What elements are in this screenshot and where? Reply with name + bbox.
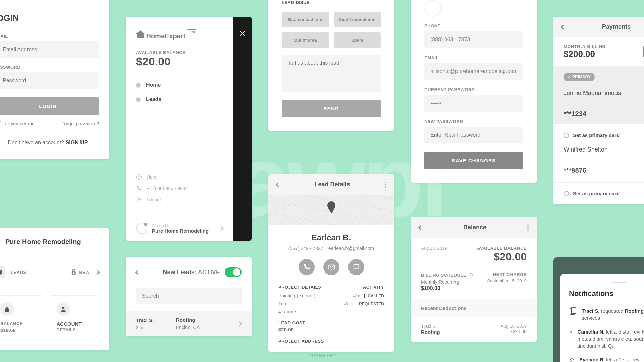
notification-item[interactable]: Evelyne R. left a 1 star revie Fusce feu… (569, 353, 644, 362)
set-primary-radio[interactable]: Set as primary card (564, 132, 644, 138)
email-icon (328, 263, 335, 271)
lead-issue-title: LEAD ISSUE (282, 0, 381, 5)
balance-label: AVAILABLE BALANCE (136, 50, 223, 55)
password-field[interactable] (0, 72, 99, 89)
balance-value: $20.00 (136, 55, 223, 68)
forgot-password-link[interactable]: Forgot password? (61, 121, 99, 126)
chevron-right-icon (237, 321, 242, 326)
save-changes-button[interactable]: SAVE CHANGES (424, 152, 523, 169)
send-button[interactable]: SEND (282, 100, 381, 117)
star-icon (569, 328, 573, 336)
map-preview (268, 195, 394, 225)
more-icon[interactable] (385, 182, 386, 188)
issue-out-of-area[interactable]: Out of area (282, 32, 329, 48)
svg-point-0 (62, 307, 64, 309)
map-pin-icon (327, 201, 335, 213)
balance-title: Balance (422, 224, 527, 231)
call-button[interactable] (299, 259, 315, 275)
leads-row[interactable]: LEADS 6 NEW (0, 259, 99, 285)
close-icon[interactable] (239, 30, 246, 36)
search-input[interactable] (136, 288, 241, 304)
view-schedule-button[interactable]: VIEW SC (643, 46, 644, 57)
phone-link[interactable]: +1 (888) 966 - 9284 (136, 183, 223, 194)
company-name: Pure Home Remodeling (5, 238, 81, 246)
phone-icon (303, 263, 310, 271)
svg-text:i: i (470, 274, 471, 277)
primary-badge: ✓ PRIMARY (564, 73, 595, 81)
help-icon: ? (136, 174, 142, 180)
card-number: ***9876 (564, 167, 644, 174)
phone-field[interactable] (424, 31, 523, 48)
svg-text:?: ? (138, 175, 140, 179)
phone-icon (136, 185, 142, 191)
lead-list-item[interactable]: Traci S. 3 m Roofing Encino, CA (126, 311, 252, 336)
lead-email[interactable]: earlean.b@gmail.com (328, 246, 374, 251)
set-primary-radio[interactable]: Set as primary card (564, 191, 644, 196)
card-number: ***1234 (564, 110, 644, 118)
login-title: OGIN (0, 13, 99, 23)
email-field[interactable] (424, 63, 523, 80)
profile-row[interactable]: Allison C. Pure Home Remodeling (136, 216, 223, 234)
nav-leads[interactable]: Leads (136, 92, 223, 106)
active-toggle[interactable] (225, 267, 241, 277)
notifications-title: Notifications (569, 289, 644, 298)
lead-name: Earlean B. (278, 233, 384, 242)
current-password-field[interactable] (424, 95, 523, 112)
nav-home[interactable]: Home (136, 78, 223, 92)
issue-spam[interactable]: Spam (334, 32, 381, 48)
balance-tile[interactable]: BALANCE $19.69 (0, 295, 43, 340)
account-tile[interactable]: ACCOUNT DETAILS (50, 295, 99, 340)
chat-button[interactable] (348, 259, 364, 275)
star-icon (569, 356, 575, 362)
payments-title: Payments (565, 23, 644, 31)
email-field[interactable] (0, 41, 99, 58)
email-label: MAIL (0, 34, 99, 39)
password-label: ASSWORD (0, 65, 99, 70)
lead-details-title: Lead Details (280, 181, 385, 188)
login-button[interactable]: LOGIN (0, 97, 99, 115)
chevron-right-icon (219, 226, 224, 231)
card-name: Winifred Shelton (564, 146, 644, 153)
chevron-right-icon (95, 270, 100, 275)
svg-rect-7 (571, 308, 576, 314)
issue-textarea[interactable] (282, 55, 381, 92)
money-bag-icon (4, 306, 10, 312)
notification-item[interactable]: Traci S. requested Roofingservices (569, 304, 644, 325)
lead-phone[interactable]: (567) 249 - 7327 (288, 246, 323, 251)
logout-icon (136, 197, 142, 203)
user-icon (60, 306, 67, 312)
issue-didnt-submit[interactable]: Didn't submit info (334, 12, 381, 27)
signup-link[interactable]: SIGN UP (66, 140, 88, 145)
new-password-field[interactable] (424, 127, 523, 143)
chat-icon (353, 263, 360, 271)
leads-icon (0, 268, 3, 276)
request-icon (569, 307, 577, 315)
balance-value: $19.69 (0, 327, 36, 333)
logo-home-icon (136, 30, 145, 38)
logout-link[interactable]: Logout (136, 194, 223, 205)
remember-me-checkbox[interactable]: Remember me (0, 121, 35, 126)
issue-bad-contact[interactable]: Bad contact info (282, 12, 329, 27)
card-name: Jennie Magnanimous (564, 89, 644, 97)
more-icon[interactable] (527, 225, 529, 231)
leads-count: 6 (71, 267, 76, 278)
email-button[interactable] (323, 259, 339, 275)
notification-item[interactable]: Camellia N. left a 5 star revi Nullam me… (569, 325, 644, 353)
help-link[interactable]: ?Help (136, 171, 223, 183)
info-icon[interactable]: i (468, 273, 473, 278)
